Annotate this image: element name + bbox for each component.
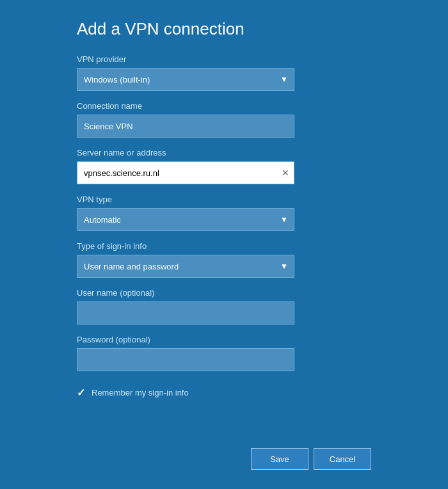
username-label: User name (optional) — [77, 288, 371, 298]
vpn-provider-select[interactable]: Windows (built-in) — [77, 68, 294, 91]
server-name-label: Server name or address — [77, 148, 371, 157]
password-input[interactable] — [77, 348, 294, 371]
connection-name-label: Connection name — [77, 101, 371, 111]
username-input[interactable] — [77, 301, 294, 325]
vpn-type-label: VPN type — [77, 195, 371, 204]
clear-server-name-icon[interactable]: ✕ — [282, 168, 289, 177]
vpn-type-dropdown-wrapper: Automatic ▼ — [77, 208, 294, 231]
vpn-dialog: Add a VPN connection VPN provider Window… — [51, 0, 397, 489]
server-name-group: Server name or address ✕ — [77, 148, 371, 184]
sign-in-type-label: Type of sign-in info — [77, 241, 371, 251]
remember-signin-row: ✓ Remember my sign-in info — [77, 387, 371, 399]
save-button[interactable]: Save — [251, 448, 308, 470]
sign-in-type-select[interactable]: User name and password — [77, 255, 294, 278]
vpn-provider-label: VPN provider — [77, 54, 371, 64]
dialog-title: Add a VPN connection — [77, 19, 371, 39]
sign-in-type-dropdown-wrapper: User name and password ▼ — [77, 255, 294, 278]
dialog-container: Add a VPN connection VPN provider Window… — [0, 0, 448, 489]
vpn-provider-group: VPN provider Windows (built-in) ▼ — [77, 54, 371, 91]
remember-signin-label[interactable]: Remember my sign-in info — [92, 388, 189, 397]
button-row: Save Cancel — [77, 438, 371, 470]
vpn-type-select[interactable]: Automatic — [77, 208, 294, 231]
password-group: Password (optional) — [77, 335, 371, 371]
vpn-type-group: VPN type Automatic ▼ — [77, 195, 371, 231]
server-name-input[interactable] — [77, 161, 294, 184]
connection-name-group: Connection name — [77, 101, 371, 138]
server-name-input-wrapper: ✕ — [77, 161, 294, 184]
sign-in-type-group: Type of sign-in info User name and passw… — [77, 241, 371, 278]
connection-name-input[interactable] — [77, 115, 294, 138]
remember-signin-checkmark: ✓ — [77, 387, 85, 399]
password-label: Password (optional) — [77, 335, 371, 344]
username-group: User name (optional) — [77, 288, 371, 325]
cancel-button[interactable]: Cancel — [314, 448, 371, 470]
vpn-provider-dropdown-wrapper: Windows (built-in) ▼ — [77, 68, 294, 91]
